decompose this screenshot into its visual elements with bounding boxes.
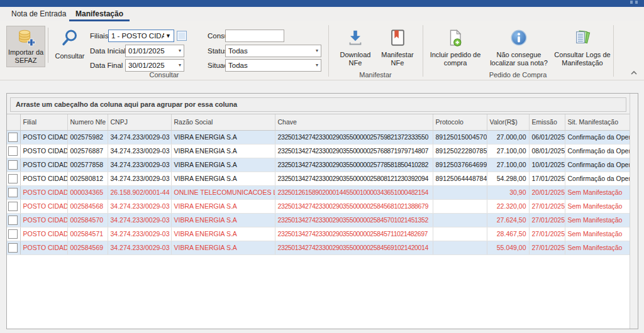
cell-protocolo: 891250376646994 xyxy=(433,158,487,172)
table-row[interactable]: POSTO CIDADE00258457034.274.233/0029-03V… xyxy=(7,213,630,227)
group-label-consultar: Consultar xyxy=(0,71,328,79)
cell-situacao: Sem Manifestação xyxy=(565,241,630,254)
cell-numero: 002575982 xyxy=(67,130,108,144)
column-header-chave[interactable]: Chave xyxy=(275,114,433,130)
cell-protocolo xyxy=(433,199,487,213)
row-checkbox[interactable] xyxy=(8,229,18,239)
cell-razao: VIBRA ENERGIA S.A xyxy=(171,130,275,144)
column-header-sit-manifesta-o[interactable]: Sit. Manifestação xyxy=(565,114,630,130)
cell-valor: 55.049,00 xyxy=(487,241,529,254)
cell-filial: POSTO CIDADE xyxy=(20,172,67,185)
cell-cnpj: 34.274.233/0029-03 xyxy=(108,213,171,227)
row-checkbox[interactable] xyxy=(8,174,18,183)
titlebar-glyph xyxy=(635,1,638,4)
manifestar-nfe-button[interactable]: Manifestar NFe xyxy=(377,27,418,67)
row-checkbox[interactable] xyxy=(8,160,18,170)
importar-da-sefaz-button[interactable]: Importar da SEFAZ xyxy=(6,26,45,67)
row-checkbox[interactable] xyxy=(8,188,18,197)
consulta-input[interactable] xyxy=(225,30,284,42)
table-row[interactable]: POSTO CIDADE00257598234.274.233/0029-03V… xyxy=(7,130,630,144)
tab-manifestacao[interactable]: Manifestação xyxy=(69,7,130,21)
ribbon-group-separator xyxy=(613,25,614,77)
table-row[interactable]: POSTO CIDADE00257785834.274.233/0029-03V… xyxy=(7,158,630,172)
row-checkbox[interactable] xyxy=(8,216,18,225)
column-header-cnpj[interactable]: CNPJ xyxy=(108,114,171,130)
column-header-valor-r-[interactable]: Valor(R$) xyxy=(487,114,529,130)
download-nfe-button[interactable]: Download NFe xyxy=(336,27,375,67)
cell-cnpj: 34.274.233/0029-03 xyxy=(108,158,171,172)
bookmark-book-icon xyxy=(388,27,407,48)
cell-filial: POSTO CIDADE xyxy=(20,213,67,227)
data-final-field[interactable]: 30/01/2025 ▾ xyxy=(125,59,184,72)
collapse-ribbon-chevron-up-icon[interactable] xyxy=(629,69,639,79)
cell-situacao: Sem Manifestação xyxy=(565,227,630,241)
cell-cnpj: 34.274.233/0029-03 xyxy=(108,144,171,158)
cell-cnpj: 26.158.902/0001-44 xyxy=(108,185,171,199)
grid-viewport: FilialNumero NfeCNPJRazão SocialChavePro… xyxy=(7,114,630,329)
cell-razao: VIBRA ENERGIA S.A xyxy=(171,172,275,185)
cell-numero: 002584569 xyxy=(67,241,108,254)
cell-cnpj: 34.274.233/0029-03 xyxy=(108,130,171,144)
status-combobox[interactable]: Todas ▾ xyxy=(225,45,321,57)
situacao-combobox[interactable]: Todas ▾ xyxy=(225,59,321,72)
select-column-header xyxy=(7,114,20,130)
column-header-raz-o-social[interactable]: Razão Social xyxy=(171,114,275,130)
table-row[interactable]: POSTO CIDADE00258081234.274.233/0029-03V… xyxy=(7,172,630,185)
table-row[interactable]: POSTO CIDADE00257688734.274.233/0029-03V… xyxy=(7,144,630,158)
cell-valor: 22.320,00 xyxy=(487,199,529,213)
chevron-down-icon: ▾ xyxy=(316,60,318,71)
data-inicial-field[interactable]: 01/01/2025 ▾ xyxy=(125,45,184,57)
filiais-combobox[interactable]: 1 - POSTO CIDA ▼ xyxy=(108,30,174,42)
consultar-logs-label: Consultar Logs de Manifestação xyxy=(553,51,611,67)
chevron-down-icon: ▾ xyxy=(316,45,318,57)
ribbon: Importar da SEFAZ Consultar Filiais 1 - … xyxy=(0,21,644,80)
row-select-cell xyxy=(7,241,20,254)
row-select-cell xyxy=(7,213,20,227)
nfe-grid-panel: Arraste um cabeçalho da coluna aqui para… xyxy=(6,93,638,329)
cell-razao: VIBRA ENERGIA S.A xyxy=(171,158,275,172)
table-row[interactable]: POSTO CIDADE00258456834.274.233/0029-03V… xyxy=(7,199,630,213)
consultar-button[interactable]: Consultar xyxy=(52,27,88,66)
consultar-logs-button[interactable]: Consultar Logs de Manifestação xyxy=(553,27,611,67)
row-select-cell xyxy=(7,185,20,199)
row-checkbox[interactable] xyxy=(8,202,18,211)
ribbon-group-separator xyxy=(423,25,423,77)
row-checkbox[interactable] xyxy=(8,133,18,142)
group-label-pedido-de-compra: Pedido de Compra xyxy=(423,71,613,79)
filiais-checkbox[interactable] xyxy=(177,31,187,41)
cell-numero: 002580812 xyxy=(67,172,108,185)
table-header-row: FilialNumero NfeCNPJRazão SocialChavePro… xyxy=(7,114,630,130)
tab-nota-de-entrada[interactable]: Nota de Entrada xyxy=(5,7,72,21)
status-value: Todas xyxy=(228,45,314,57)
column-header-filial[interactable]: Filial xyxy=(20,114,67,130)
cell-numero: 000034365 xyxy=(67,185,108,199)
search-icon xyxy=(60,27,79,48)
column-header-emiss-o[interactable]: Emissão xyxy=(529,114,565,130)
row-checkbox[interactable] xyxy=(8,146,18,156)
table-row[interactable]: POSTO CIDADE00258457134.274.233/0029-03V… xyxy=(7,227,630,241)
window-titlebar xyxy=(0,0,644,7)
incluir-pedido-de-compra-button[interactable]: Incluir pedido de compra xyxy=(426,27,484,67)
manifestar-nfe-label: Manifestar NFe xyxy=(377,51,418,67)
cell-chave: 2325012615890200014455001000034365100048… xyxy=(275,185,433,199)
column-header-protocolo[interactable]: Protocolo xyxy=(433,114,487,130)
info-icon xyxy=(509,27,528,48)
nfe-table: FilialNumero NfeCNPJRazão SocialChavePro… xyxy=(7,114,630,255)
cell-valor: 30,90 xyxy=(487,185,529,199)
download-nfe-label: Download NFe xyxy=(336,51,375,67)
cell-filial: POSTO CIDADE xyxy=(20,130,67,144)
cell-filial: POSTO CIDADE xyxy=(20,185,67,199)
table-row[interactable]: POSTO CIDADE00003436526.158.902/0001-44O… xyxy=(7,185,630,199)
column-header-numero-nfe[interactable]: Numero Nfe xyxy=(67,114,108,130)
row-checkbox[interactable] xyxy=(8,243,18,253)
table-row[interactable]: POSTO CIDADE00258456934.274.233/0029-03V… xyxy=(7,241,630,254)
nao-consegue-localizar-button[interactable]: Não consegue localizar sua nota? xyxy=(486,27,552,67)
cell-chave: 2325013427423300290355000002584568102138… xyxy=(275,199,433,213)
cell-situacao: Confirmação da Operação xyxy=(565,158,630,172)
group-by-bar[interactable]: Arraste um cabeçalho da coluna aqui para… xyxy=(10,97,626,112)
vertical-scrollbar[interactable] xyxy=(630,94,638,329)
row-select-cell xyxy=(7,158,20,172)
cell-numero: 002584570 xyxy=(67,213,108,227)
filiais-value: 1 - POSTO CIDA xyxy=(111,30,164,41)
cell-chave: 2325013427423300290355000002584569102142… xyxy=(275,241,433,254)
